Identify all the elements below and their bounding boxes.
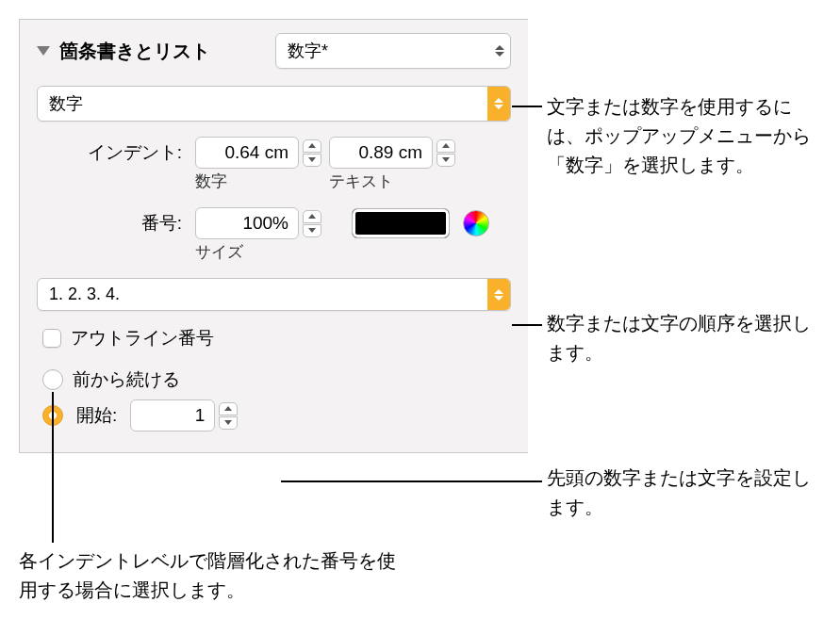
start-value-control: [130, 399, 238, 432]
color-well[interactable]: [352, 208, 450, 238]
number-row: 番号:: [37, 207, 511, 239]
list-style-popup[interactable]: 数字*: [275, 33, 511, 69]
start-radio-label: 開始:: [76, 403, 117, 428]
step-up-button[interactable]: [303, 210, 321, 223]
step-down-button[interactable]: [303, 154, 321, 167]
start-value-input[interactable]: [130, 399, 215, 432]
continue-radio[interactable]: [42, 369, 63, 390]
step-down-button[interactable]: [436, 154, 455, 167]
number-indent-input[interactable]: [195, 137, 299, 169]
callout-outline-checkbox: 各インデントレベルで階層化された番号を使用する場合に選択します。: [19, 546, 405, 605]
callout-sequence-popup: 数字または文字の順序を選択します。: [547, 309, 820, 367]
leader-line: [512, 106, 542, 107]
list-style-value: 数字*: [276, 34, 489, 68]
updown-arrows-icon: [489, 41, 510, 60]
number-indent-control: [195, 137, 321, 169]
bullet-type-value: 数字: [38, 87, 487, 121]
sub-text-label: テキスト: [329, 171, 393, 192]
numbering-radio-group: 前から続ける 開始:: [37, 367, 511, 432]
leader-line: [52, 392, 54, 543]
size-stepper[interactable]: [303, 210, 321, 237]
text-indent-control: [329, 137, 455, 169]
section-header: 箇条書きとリスト 数字*: [37, 33, 511, 69]
callout-start-value: 先頭の数字または文字を設定します。: [547, 464, 820, 522]
step-up-button[interactable]: [436, 139, 455, 153]
leader-line: [512, 324, 542, 326]
color-wheel-icon[interactable]: [463, 210, 489, 236]
indent-label: インデント:: [37, 140, 188, 165]
disclosure-triangle-icon[interactable]: [37, 46, 50, 56]
step-down-button[interactable]: [219, 416, 238, 430]
sequence-value: 1. 2. 3. 4.: [38, 279, 487, 310]
start-radio-row: 開始:: [42, 399, 511, 432]
size-control: [195, 207, 321, 239]
step-down-button[interactable]: [303, 224, 321, 237]
updown-arrows-icon: [487, 279, 510, 310]
sequence-popup[interactable]: 1. 2. 3. 4.: [37, 278, 511, 311]
format-panel: 箇条書きとリスト 数字* 数字 インデント:: [19, 19, 528, 453]
callout-type-popup: 文字または数字を使用するには、ポップアップメニューから「数字」を選択します。: [547, 92, 820, 180]
size-input[interactable]: [195, 207, 299, 239]
bullet-type-popup[interactable]: 数字: [37, 86, 511, 122]
outline-checkbox-row: アウトライン番号: [42, 326, 511, 350]
sub-number-label: 数字: [195, 171, 329, 192]
number-indent-stepper[interactable]: [303, 139, 321, 167]
step-up-button[interactable]: [219, 402, 238, 415]
number-label: 番号:: [37, 211, 188, 236]
text-indent-stepper[interactable]: [436, 139, 455, 167]
size-sublabel-row: サイズ: [195, 241, 511, 263]
leader-line: [281, 481, 542, 482]
size-sublabel: サイズ: [195, 241, 243, 263]
step-up-button[interactable]: [303, 139, 321, 153]
outline-checkbox-label: アウトライン番号: [71, 326, 214, 350]
indent-sublabels: 数字 テキスト: [195, 171, 511, 192]
outline-checkbox[interactable]: [42, 329, 61, 348]
section-title: 箇条書きとリスト: [59, 39, 266, 64]
updown-arrows-icon: [487, 87, 510, 121]
indent-row: インデント:: [37, 137, 511, 169]
text-indent-input[interactable]: [329, 137, 433, 169]
continue-radio-row: 前から続ける: [42, 367, 511, 392]
start-value-stepper[interactable]: [219, 402, 238, 430]
continue-radio-label: 前から続ける: [73, 367, 180, 392]
